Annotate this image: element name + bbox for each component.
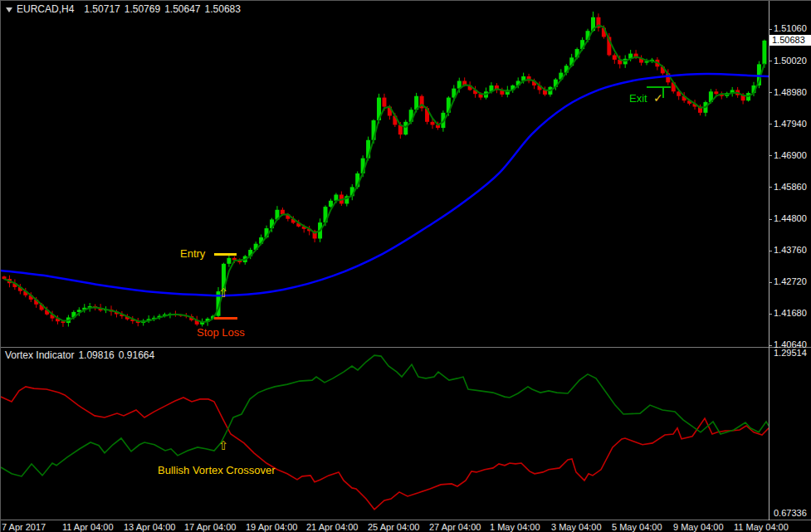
price-axis-label: 1.51060 (774, 23, 807, 33)
time-axis-label: 1 May 04:00 (490, 522, 540, 532)
vortex-crossover-arrow-icon: ⇧ (218, 438, 229, 453)
price-axis-label: 1.48980 (774, 87, 807, 97)
price-axis-tick (769, 219, 772, 220)
indicator-name: Vortex Indicator (5, 349, 74, 361)
price-axis-label: 1.43760 (774, 245, 807, 255)
stop-loss-label: Stop Loss (197, 326, 245, 339)
exit-marker-hline (647, 86, 671, 88)
price-axis-tick (769, 314, 772, 315)
mt4-chart-window: EURCAD,H4 1.50717 1.50769 1.50647 1.5068… (0, 0, 811, 532)
chart-symbol-period: EURCAD,H4 (17, 3, 74, 15)
ohlc-close: 1.50683 (205, 3, 241, 15)
time-axis-label: 21 Apr 04:00 (306, 522, 358, 532)
chart-canvas[interactable] (1, 1, 811, 532)
vortex-scale-top: 1.29514 (774, 348, 807, 358)
exit-label: Exit (629, 92, 647, 105)
ohlc-open: 1.50717 (84, 3, 120, 15)
price-scale-line (769, 1, 769, 520)
time-axis-label: 9 May 04:00 (673, 522, 724, 532)
ohlc-high: 1.50769 (125, 3, 160, 15)
time-axis-label: 27 Apr 04:00 (429, 522, 481, 532)
time-axis-label: 5 May 04:00 (612, 522, 662, 532)
entry-up-arrow-icon: ⇧ (218, 286, 229, 300)
price-axis-tick (769, 282, 772, 283)
price-axis-tick (769, 155, 772, 156)
entry-label: Entry (180, 247, 205, 260)
price-axis-tick (769, 61, 772, 61)
stop-loss-dash (214, 317, 237, 320)
time-axis-label: 3 May 04:00 (551, 522, 602, 532)
time-axis-label: 25 Apr 04:00 (368, 522, 419, 532)
price-axis-tick (769, 187, 772, 188)
time-axis-label: 11 May 04:00 (734, 522, 789, 532)
chart-header: EURCAD,H4 1.50717 1.50769 1.50647 1.5068… (6, 3, 245, 15)
vortex-scale-bottom: 0.67336 (774, 508, 807, 518)
exit-check-icon: ✓ (653, 91, 663, 105)
time-axis-separator (1, 520, 811, 520)
ohlc-low: 1.50647 (164, 3, 200, 15)
panel-separator[interactable] (1, 347, 811, 348)
time-axis-label: 17 Apr 04:00 (184, 522, 236, 532)
price-axis-label: 1.45860 (774, 182, 807, 192)
time-axis-label: 7 Apr 2017 (2, 522, 46, 532)
current-price-tag: 1.50683 (769, 35, 811, 46)
price-axis-tick (769, 124, 772, 124)
price-axis-label: 1.46900 (774, 150, 807, 160)
time-axis-label: 13 Apr 04:00 (124, 522, 175, 532)
indicator-header: Vortex Indicator 1.09816 0.91664 (5, 349, 159, 361)
price-axis-label: 1.41680 (774, 308, 807, 318)
exit-marker-vline (662, 86, 664, 98)
price-axis-label: 1.44800 (774, 213, 807, 223)
time-axis-label: 19 Apr 04:00 (246, 522, 297, 532)
price-axis-tick (769, 251, 772, 251)
price-axis-label: 1.50020 (774, 56, 807, 66)
price-axis-tick (769, 29, 772, 30)
time-axis-label: 11 Apr 04:00 (62, 522, 114, 532)
vortex-crossover-label: Bullish Vortex Crossover (158, 464, 276, 476)
price-axis-label: 1.47940 (774, 119, 807, 129)
indicator-vi-minus: 0.91664 (119, 349, 154, 361)
price-axis-label: 1.42720 (774, 276, 807, 286)
symbol-dropdown-icon[interactable] (6, 7, 12, 12)
price-axis-tick (769, 92, 772, 93)
indicator-vi-plus: 1.09816 (78, 349, 114, 361)
entry-price-dash (214, 253, 237, 256)
price-axis-tick (769, 345, 772, 346)
